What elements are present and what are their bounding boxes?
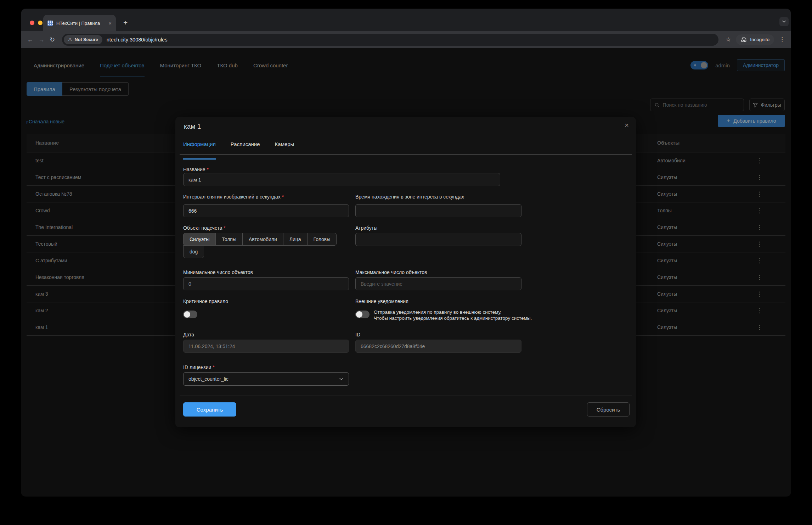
warning-icon: ⚠ [68, 37, 72, 42]
attributes-field-label: Атрибуты [355, 225, 377, 231]
chevron-down-icon [339, 378, 344, 380]
close-window-button[interactable] [30, 21, 34, 25]
critical-rule-toggle[interactable] [183, 311, 197, 318]
incognito-badge: Incognito [736, 34, 774, 45]
date-field-label: Дата [183, 332, 194, 337]
object-chip-dog[interactable]: dog [183, 245, 204, 258]
notifications-description-line1: Отправка уведомления по правилу во внешн… [374, 309, 600, 315]
new-tab-button[interactable]: + [123, 19, 128, 26]
browser-tab-strip: НТехСити | Правила × + [21, 9, 791, 31]
min-objects-label: Минимальное число объектов [183, 269, 253, 275]
required-asterisk: * [224, 225, 225, 231]
name-input[interactable] [183, 173, 500, 186]
attributes-input[interactable] [355, 233, 521, 246]
external-notifications-label: Внешние уведомления [355, 298, 408, 304]
refresh-icon[interactable]: ↻ [50, 37, 55, 43]
required-asterisk: * [207, 167, 209, 172]
dwell-field-label: Время нахождения в зоне интереса в секун… [355, 194, 464, 200]
incognito-label: Incognito [750, 37, 769, 42]
tab-title: НТехСити | Правила [56, 21, 105, 26]
incognito-icon [740, 37, 747, 42]
license-select[interactable]: object_counter_lic [183, 372, 349, 386]
not-secure-label: Not Secure [75, 37, 98, 42]
id-input [355, 340, 521, 353]
object-chip-Лица[interactable]: Лица [283, 233, 308, 246]
max-objects-label: Максимальное число объектов [355, 269, 427, 275]
dwell-input[interactable] [355, 204, 521, 217]
tab-search-chevron-icon[interactable] [779, 17, 789, 26]
toggle-knob [356, 311, 362, 318]
save-button[interactable]: Сохранить [183, 402, 236, 417]
modal-tabs: ИнформацияРасписаниеКамеры [180, 139, 632, 155]
reset-button[interactable]: Сбросить [587, 402, 630, 417]
modal-tab-2[interactable]: Расписание [231, 139, 260, 154]
url-bar[interactable]: ⚠ Not Secure ntech.city:30080/objc/rules [62, 34, 718, 46]
required-asterisk: * [213, 364, 214, 370]
browser-window: НТехСити | Правила × + ← → ↻ ⚠ Not Secur… [21, 9, 791, 496]
object-chip-Автомобили[interactable]: Автомобили [242, 233, 283, 246]
notifications-description-line2: Чтобы настроить уведомления обратитесь к… [374, 315, 600, 321]
object-type-chips: СилуэтыТолпыАвтомобилиЛицаГоловыdog [183, 233, 350, 258]
url-text: ntech.city:30080/objc/rules [107, 37, 168, 43]
modal-title: кам 1 [184, 123, 201, 130]
interval-field-label: Интервал снятия изображений в секундах* [183, 194, 284, 200]
browser-tab[interactable]: НТехСити | Правила × [43, 15, 116, 31]
required-asterisk: * [282, 194, 284, 200]
modal-footer-divider [180, 396, 632, 396]
site-favicon [47, 21, 53, 26]
object-chip-Толпы[interactable]: Толпы [215, 233, 243, 246]
rule-modal: кам 1 × ИнформацияРасписаниеКамеры Назва… [175, 117, 636, 427]
bookmark-star-icon[interactable]: ☆ [726, 36, 731, 43]
object-field-label: Объект подсчета* [183, 225, 226, 231]
max-objects-input[interactable] [355, 277, 521, 290]
not-secure-badge[interactable]: ⚠ Not Secure [64, 35, 102, 44]
min-objects-input[interactable] [183, 277, 349, 290]
back-icon[interactable]: ← [27, 37, 33, 43]
id-field-label: ID [355, 332, 360, 337]
license-select-value: object_counter_lic [188, 376, 229, 382]
minimize-window-button[interactable] [38, 21, 43, 25]
screen: НТехСити | Правила × + ← → ↻ ⚠ Not Secur… [0, 0, 812, 525]
modal-tab-1[interactable]: Информация [183, 139, 216, 154]
toggle-knob [184, 311, 190, 318]
object-chip-Силуэты[interactable]: Силуэты [183, 233, 216, 246]
critical-rule-label: Критичное правило [183, 298, 228, 304]
browser-toolbar: ← → ↻ ⚠ Not Secure ntech.city:30080/objc… [21, 31, 791, 48]
license-field-label: ID лицензии* [183, 364, 215, 370]
notifications-description: Отправка уведомления по правилу во внешн… [374, 309, 600, 321]
name-field-label: Название* [183, 167, 209, 172]
object-chip-Головы[interactable]: Головы [307, 233, 337, 246]
modal-tab-3[interactable]: Камеры [275, 139, 294, 154]
forward-icon[interactable]: → [38, 37, 45, 43]
browser-menu-icon[interactable]: ⋮ [779, 36, 785, 43]
tab-close-icon[interactable]: × [108, 21, 112, 26]
external-notifications-toggle[interactable] [355, 311, 370, 318]
date-input [183, 340, 349, 353]
interval-input[interactable] [183, 204, 349, 217]
web-page: АдминистрированиеПодсчет объектовМонитор… [21, 48, 791, 496]
modal-close-icon[interactable]: × [625, 121, 629, 129]
